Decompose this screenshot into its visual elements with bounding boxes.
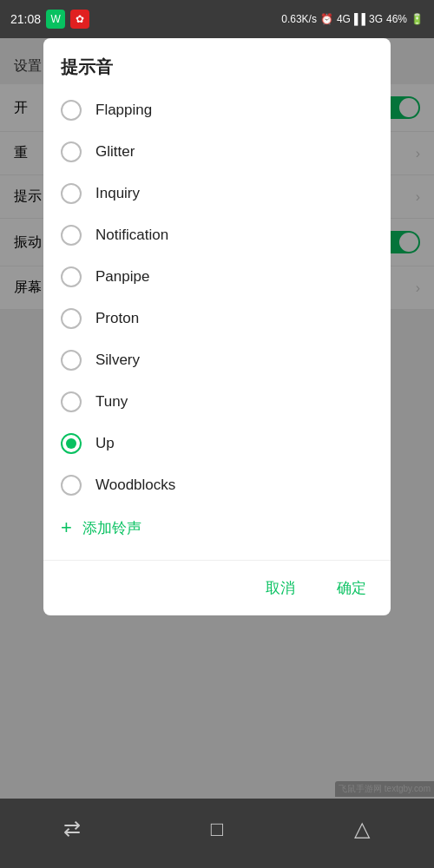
time: 21:08 bbox=[10, 12, 41, 26]
battery: 46% bbox=[386, 13, 407, 25]
cancel-button[interactable]: 取消 bbox=[259, 575, 302, 602]
radio-woodblocks[interactable] bbox=[61, 475, 82, 496]
network-speed: 0.63K/s bbox=[281, 13, 317, 25]
3g-signal: 3G bbox=[369, 13, 383, 25]
radio-label-inquiry: Inquiry bbox=[95, 185, 140, 202]
status-left: 21:08 W ✿ bbox=[10, 10, 89, 29]
radio-flapping[interactable] bbox=[61, 100, 82, 121]
alarm-icon: ⏰ bbox=[320, 13, 333, 25]
radio-label-flapping: Flapping bbox=[95, 102, 152, 119]
radio-item-woodblocks[interactable]: Woodblocks bbox=[43, 464, 391, 506]
status-bar: 21:08 W ✿ 0.63K/s ⏰ 4G▐▐ 3G 46% 🔋 bbox=[0, 0, 434, 38]
back-button[interactable]: ⇄ bbox=[46, 812, 98, 846]
radio-label-proton: Proton bbox=[95, 310, 139, 327]
wechat-icon: W bbox=[46, 10, 65, 29]
radio-label-tuny: Tuny bbox=[95, 393, 128, 411]
radio-label-glitter: Glitter bbox=[95, 143, 135, 161]
radio-silvery[interactable] bbox=[61, 350, 82, 371]
bottom-navigation: ⇄ □ △ bbox=[0, 799, 434, 868]
status-right: 0.63K/s ⏰ 4G▐▐ 3G 46% 🔋 bbox=[281, 13, 424, 25]
radio-up[interactable] bbox=[61, 433, 82, 454]
add-ringtone-button[interactable]: + 添加铃声 bbox=[43, 506, 391, 549]
radio-label-panpipe: Panpipe bbox=[95, 268, 149, 286]
radio-glitter[interactable] bbox=[61, 141, 82, 162]
home-button[interactable]: □ bbox=[191, 812, 243, 846]
radio-label-up: Up bbox=[95, 435, 115, 452]
confirm-button[interactable]: 确定 bbox=[330, 575, 373, 602]
radio-item-notification[interactable]: Notification bbox=[43, 214, 391, 256]
radio-item-flapping[interactable]: Flapping bbox=[43, 89, 391, 131]
battery-icon: 🔋 bbox=[411, 13, 424, 25]
radio-item-glitter[interactable]: Glitter bbox=[43, 131, 391, 173]
app-icon-red: ✿ bbox=[70, 10, 89, 29]
4g-signal: 4G▐▐ bbox=[337, 13, 365, 25]
radio-item-silvery[interactable]: Silvery bbox=[43, 339, 391, 381]
radio-panpipe[interactable] bbox=[61, 266, 82, 287]
dialog-actions: 取消 确定 bbox=[43, 564, 391, 615]
radio-label-notification: Notification bbox=[95, 227, 168, 244]
dialog-list[interactable]: Flapping Glitter Inquiry Notification Pa… bbox=[43, 89, 391, 556]
radio-tuny[interactable] bbox=[61, 391, 82, 412]
radio-item-proton[interactable]: Proton bbox=[43, 298, 391, 339]
radio-item-up[interactable]: Up bbox=[43, 423, 391, 464]
ringtone-dialog: 提示音 Flapping Glitter Inquiry Notificatio… bbox=[43, 38, 391, 615]
radio-inquiry[interactable] bbox=[61, 183, 82, 204]
radio-proton[interactable] bbox=[61, 308, 82, 329]
plus-icon: + bbox=[61, 516, 72, 539]
radio-item-tuny[interactable]: Tuny bbox=[43, 381, 391, 423]
dialog-divider bbox=[43, 560, 391, 561]
radio-notification[interactable] bbox=[61, 225, 82, 246]
radio-item-panpipe[interactable]: Panpipe bbox=[43, 256, 391, 298]
radio-label-silvery: Silvery bbox=[95, 352, 140, 369]
radio-label-woodblocks: Woodblocks bbox=[95, 477, 175, 494]
radio-item-inquiry[interactable]: Inquiry bbox=[43, 173, 391, 214]
add-ringtone-label: 添加铃声 bbox=[82, 518, 141, 538]
recents-button[interactable]: △ bbox=[336, 812, 388, 846]
dialog-title: 提示音 bbox=[43, 38, 391, 89]
